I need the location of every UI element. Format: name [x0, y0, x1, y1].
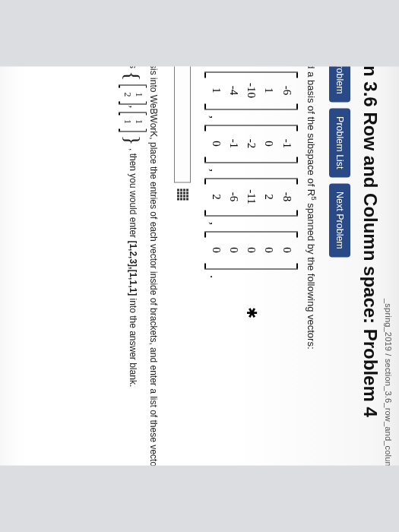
previous-problem-button[interactable]: Previous Problem — [329, 67, 350, 103]
next-problem-button[interactable]: Next Problem — [329, 183, 350, 258]
vectors-display: -41-6-31 , -61-10-41 , -10-2-10 , -82-11… — [204, 67, 297, 466]
vector-3: -10-2-10 — [204, 125, 297, 163]
calculator-icon[interactable] — [177, 189, 188, 201]
vector-2: -61-10-41 — [204, 71, 297, 109]
answer-input[interactable] — [174, 67, 191, 183]
hint-text: To enter a basis into WeBWorK, place the… — [119, 67, 160, 466]
problem-nav: Previous Problem Problem List Next Probl… — [329, 67, 350, 466]
problem-prompt: (1 point) Find a basis of the subspace o… — [306, 67, 318, 466]
vector-5: 00000 — [204, 231, 297, 269]
page-title: Section 3.6 Row and Column space: Proble… — [359, 67, 381, 466]
cursor-icon: ✱ — [243, 307, 260, 318]
vector-4: -82-11-62 — [204, 178, 297, 216]
breadcrumb: _spring_2019 / section_3.6_row_and_colum… — [384, 67, 393, 466]
problem-list-button[interactable]: Problem List — [329, 108, 350, 177]
